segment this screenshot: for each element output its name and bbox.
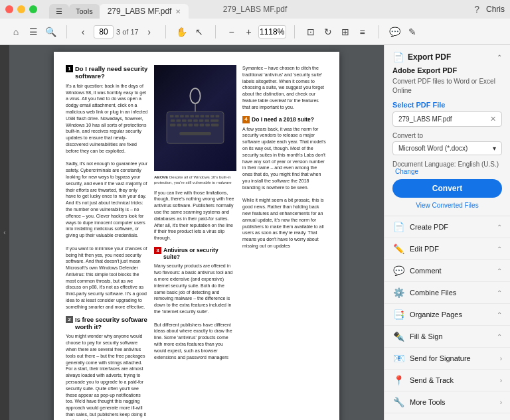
- convert-to-label: Convert to: [392, 132, 502, 139]
- send-track-chevron: ›: [500, 377, 502, 384]
- fill-sign-label: Fill & Sign: [410, 332, 491, 340]
- svg-rect-19: [205, 119, 209, 122]
- create-pdf-icon: 📄: [392, 221, 404, 233]
- title-right-area: ? Chris: [474, 4, 505, 15]
- cursor-tool-button[interactable]: ↖: [191, 24, 207, 40]
- svg-rect-13: [171, 119, 175, 122]
- user-label: Chris: [486, 5, 505, 14]
- article1-body: It's a fair question: back in the days o…: [66, 83, 148, 311]
- svg-rect-4: [175, 115, 179, 117]
- svg-rect-12: [216, 115, 220, 117]
- comment-action[interactable]: 💬 Comment ⌃: [384, 260, 510, 282]
- close-button[interactable]: [5, 5, 13, 13]
- hand-tool-button[interactable]: ✋: [174, 24, 190, 40]
- toolbar: ⌂ ☰ 🔍 ‹ 3 of 17 › ✋ ↖ − + ⊡ ↻ ⊞ ≡ 💬 ✎: [0, 19, 510, 45]
- format-chevron-icon: ▾: [493, 145, 496, 152]
- doc-language-value: English (U.S.): [458, 161, 499, 168]
- home-button[interactable]: ⌂: [8, 24, 24, 40]
- article4-body: A few years back, it was the norm for se…: [242, 126, 327, 249]
- main-area: ‹ 1 Do I really need security software? …: [0, 45, 510, 420]
- nav-tools: ⌂ ☰ 🔍: [5, 24, 61, 40]
- tab-label: 279_LABS MF.pdf: [108, 7, 172, 16]
- svg-rect-26: [200, 124, 205, 127]
- send-track-action[interactable]: 📍 Send & Track ›: [384, 370, 510, 391]
- prev-page-button[interactable]: ‹: [75, 24, 91, 40]
- svg-rect-18: [199, 119, 204, 122]
- doc-cloud-section: You have a free Document Cloud account U…: [384, 413, 510, 420]
- fill-sign-chevron: ⌃: [497, 333, 502, 340]
- export-pdf-chevron[interactable]: ⌃: [497, 54, 502, 61]
- create-pdf-action[interactable]: 📄 Create PDF ⌃: [384, 216, 510, 238]
- adobe-export-title: Adobe Export PDF: [392, 66, 502, 74]
- svg-rect-3: [170, 115, 174, 117]
- convert-button[interactable]: Convert: [392, 179, 502, 198]
- actions-list: 📄 Create PDF ⌃ ✏️ Edit PDF ⌃ 💬 Comment ⌃…: [384, 216, 510, 413]
- tools-menu[interactable]: Tools: [69, 4, 100, 19]
- svg-rect-11: [211, 115, 214, 117]
- caption-bold: ABOVE: [154, 175, 168, 179]
- image-caption: ABOVE Despite all of Windows 10's built-…: [154, 175, 236, 186]
- minimize-button[interactable]: [17, 5, 25, 13]
- doc-language-label: Document Language:: [392, 161, 456, 168]
- file-selector[interactable]: 279_LABS MF.pdf ✕: [392, 111, 502, 127]
- more-tools-chevron: ›: [500, 399, 502, 406]
- next-page-button[interactable]: ›: [141, 24, 157, 40]
- scroll-button[interactable]: ≡: [355, 24, 371, 40]
- svg-rect-7: [190, 115, 194, 117]
- edit-pdf-action[interactable]: ✏️ Edit PDF ⌃: [384, 238, 510, 260]
- pdf-viewer[interactable]: 1 Do I really need security software? It…: [9, 45, 384, 420]
- comment-button[interactable]: 💬: [387, 24, 403, 40]
- view-tools: ⊡ ↻ ⊞ ≡: [300, 24, 373, 40]
- more-tools-label: More Tools: [410, 398, 495, 406]
- combine-files-action[interactable]: ⚙️ Combine Files ⌃: [384, 282, 510, 304]
- fill-sign-action[interactable]: ✒️ Fill & Sign ⌃: [384, 326, 510, 348]
- change-link[interactable]: Change: [395, 168, 418, 175]
- send-signature-label: Send for Signature: [410, 354, 495, 362]
- zoom-input[interactable]: [258, 25, 286, 38]
- zoom-in-button[interactable]: +: [241, 24, 257, 40]
- svg-rect-20: [211, 119, 218, 122]
- maximize-button[interactable]: [29, 5, 37, 13]
- separator-2: [165, 25, 166, 38]
- article1-num: 1: [66, 65, 73, 72]
- file-clear-icon[interactable]: ✕: [490, 115, 496, 123]
- file-name: 279_LABS MF.pdf: [398, 115, 452, 123]
- adobe-export-desc: Convert PDF files to Word or Excel Onlin…: [392, 77, 502, 96]
- page-input[interactable]: [94, 25, 114, 38]
- tab-close-icon[interactable]: ✕: [175, 8, 181, 15]
- search-button[interactable]: 🔍: [42, 24, 58, 40]
- zoom-out-button[interactable]: −: [224, 24, 240, 40]
- left-panel-toggle[interactable]: ‹: [0, 45, 9, 420]
- separator-5: [379, 25, 379, 38]
- article2-num: 2: [66, 316, 73, 323]
- app-menu-item[interactable]: ☰: [49, 4, 69, 19]
- send-signature-icon: 📧: [392, 352, 404, 364]
- article3-title: Antivirus or security suite?: [163, 247, 236, 260]
- format-select[interactable]: Microsoft Word (*.docx) ▾: [392, 141, 502, 155]
- pdf-col1: 1 Do I really need security software? It…: [66, 65, 152, 420]
- sidebar-button[interactable]: ☰: [25, 24, 41, 40]
- pdf-tab[interactable]: 279_LABS MF.pdf ✕: [100, 4, 189, 19]
- edit-pdf-icon: ✏️: [392, 243, 404, 255]
- svg-rect-17: [193, 119, 198, 122]
- organize-pages-label: Organize Pages: [410, 311, 491, 318]
- pdf-col3: Symantec – have chosen to ditch the trad…: [238, 65, 327, 420]
- view-files-link[interactable]: View Converted Files: [392, 202, 502, 209]
- rotate-button[interactable]: ↻: [320, 24, 336, 40]
- svg-rect-21: [170, 124, 176, 127]
- svg-rect-27: [205, 124, 210, 127]
- page-nav: ‹ 3 of 17 ›: [72, 24, 160, 40]
- send-signature-chevron: ›: [500, 355, 502, 362]
- help-icon[interactable]: ?: [474, 4, 479, 15]
- svg-rect-24: [189, 124, 193, 127]
- select-file-link[interactable]: Select PDF File: [392, 101, 502, 109]
- two-page-button[interactable]: ⊞: [337, 24, 353, 40]
- send-for-signature-action[interactable]: 📧 Send for Signature ›: [384, 348, 510, 370]
- pen-button[interactable]: ✎: [404, 24, 420, 40]
- pdf-col2: ABOVE Despite all of Windows 10's built-…: [152, 65, 238, 420]
- more-tools-action[interactable]: 🔧 More Tools ›: [384, 391, 510, 413]
- svg-rect-9: [201, 115, 205, 117]
- combine-files-icon: ⚙️: [392, 287, 404, 299]
- fit-page-button[interactable]: ⊡: [303, 24, 319, 40]
- organize-pages-action[interactable]: 📑 Organize Pages ⌃: [384, 304, 510, 326]
